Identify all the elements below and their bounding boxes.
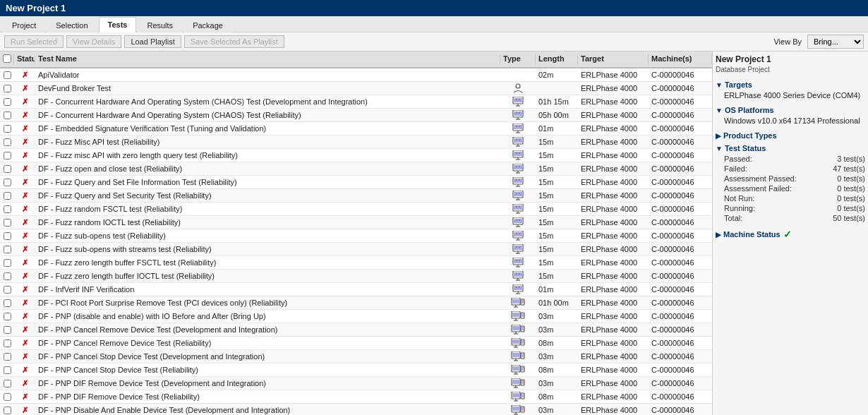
row-test-name: DF - PNP Cancel Stop Device Test (Develo…	[35, 350, 500, 363]
row-checkbox[interactable]	[4, 393, 11, 401]
row-target: ERLPhase 4000	[578, 68, 649, 81]
row-test-name: DF - Concurrent Hardware And Operating S…	[35, 95, 500, 108]
row-length: 15m	[536, 229, 578, 242]
table-row[interactable]: ✗ DF - Concurrent Hardware And Operating…	[0, 95, 712, 109]
row-length: 08m	[536, 390, 578, 403]
row-checkbox[interactable]	[4, 380, 11, 387]
row-checkbox[interactable]	[4, 339, 11, 347]
row-checkbox[interactable]	[4, 232, 11, 240]
status-x-icon: ✗	[22, 272, 28, 281]
table-row[interactable]: ✗ DF - Fuzz Query and Set Security Test …	[0, 189, 712, 203]
row-target: ERLPhase 4000	[578, 243, 649, 255]
table-row[interactable]: ✗ DF - PNP Cancel Remove Device Test (Re…	[0, 337, 712, 350]
table-row[interactable]: ✗ DF - PNP Cancel Stop Device Test (Deve…	[0, 350, 712, 363]
row-checkbox[interactable]	[4, 125, 11, 133]
th-length: Length	[536, 54, 578, 65]
row-checkbox[interactable]	[4, 299, 11, 307]
status-x-icon: ✗	[22, 191, 28, 200]
table-row[interactable]: ✗ DF - Fuzz sub-opens test (Reliability)…	[0, 229, 712, 243]
table-row[interactable]: ✗ ApiValidator 02m ERLPhase 4000 C-00000…	[0, 68, 712, 82]
row-checkbox[interactable]	[4, 85, 11, 92]
row-type	[500, 149, 536, 162]
row-length: 05h 00m	[536, 109, 578, 121]
row-checkbox[interactable]	[4, 272, 11, 280]
row-machine: C-00000046	[649, 310, 712, 323]
row-checkbox[interactable]	[4, 326, 11, 334]
table-row[interactable]: ✗ DF - Fuzz Query and Set File Informati…	[0, 176, 712, 189]
row-checkbox[interactable]	[4, 259, 11, 267]
table-row[interactable]: ✗ DF - Fuzz misc API with zero length qu…	[0, 149, 712, 162]
row-length: 15m	[536, 149, 578, 162]
row-machine: C-00000046	[649, 203, 712, 215]
tab-project[interactable]: Project	[3, 18, 45, 32]
table-row[interactable]: ✗ DF - Fuzz random FSCTL test (Reliabili…	[0, 203, 712, 216]
row-checkbox[interactable]	[4, 98, 11, 106]
section-machinestatus-header[interactable]: ▶ Machine Status ✓	[716, 229, 865, 240]
section-osplatforms-header[interactable]: ▼ OS Platforms	[716, 106, 865, 114]
tab-package[interactable]: Package	[183, 18, 232, 32]
row-checkbox-cell	[0, 310, 14, 323]
row-checkbox[interactable]	[4, 179, 11, 186]
row-machine: C-00000046	[649, 162, 712, 175]
select-all-checkbox[interactable]	[3, 54, 11, 63]
table-row[interactable]: ✗ DevFund Broker Test ERLPhase 4000 C-00…	[0, 82, 712, 95]
section-targets-header[interactable]: ▼ Targets	[716, 80, 865, 89]
row-type	[500, 377, 536, 390]
table-row[interactable]: ✗ DF - Embedded Signature Verification T…	[0, 122, 712, 136]
tab-tests[interactable]: Tests	[99, 17, 137, 32]
load-playlist-button[interactable]: Load Playlist	[124, 35, 181, 48]
table-row[interactable]: ✗ DF - Fuzz zero length buffer IOCTL tes…	[0, 270, 712, 283]
tab-selection[interactable]: Selection	[47, 18, 97, 32]
tab-results[interactable]: Results	[138, 18, 182, 32]
row-checkbox[interactable]	[4, 112, 11, 119]
row-type	[500, 229, 536, 242]
section-teststatus-header[interactable]: ▼ Test Status	[716, 144, 865, 152]
row-checkbox[interactable]	[4, 219, 11, 227]
table-row[interactable]: ✗ DF - Fuzz random IOCTL test (Reliabili…	[0, 216, 712, 229]
table-row[interactable]: ✗ DF - PNP DIF Remove Device Test (Relia…	[0, 390, 712, 404]
row-checkbox[interactable]	[4, 152, 11, 160]
table-row[interactable]: ✗ DF - Fuzz zero length buffer FSCTL tes…	[0, 256, 712, 270]
row-length: 15m	[536, 162, 578, 175]
table-row[interactable]: ✗ DF - Fuzz sub-opens with streams test …	[0, 243, 712, 256]
table-row[interactable]: ✗ DF - PNP Cancel Stop Device Test (Reli…	[0, 363, 712, 377]
row-type	[500, 390, 536, 403]
save-playlist-button[interactable]: Save Selected As Playlist	[184, 35, 284, 48]
row-checkbox[interactable]	[4, 246, 11, 253]
table-row[interactable]: ✗ DF - Concurrent Hardware And Operating…	[0, 109, 712, 122]
th-status: Status	[14, 54, 35, 65]
table-row[interactable]: ✗ DF - Fuzz open and close test (Reliabi…	[0, 162, 712, 176]
table-row[interactable]: ✗ DF - PNP Disable And Enable Device Tes…	[0, 404, 712, 415]
row-checkbox-cell	[0, 377, 14, 390]
row-checkbox[interactable]	[4, 138, 11, 146]
row-length	[536, 82, 578, 95]
row-checkbox[interactable]	[4, 353, 11, 361]
table-row[interactable]: ✗ DF - Fuzz Misc API test (Reliability) …	[0, 136, 712, 149]
row-checkbox[interactable]	[4, 192, 11, 200]
svg-rect-11	[516, 112, 517, 114]
stat-not-run: Not Run: 0 test(s)	[724, 193, 865, 203]
row-checkbox[interactable]	[4, 205, 11, 213]
view-by-select[interactable]: Bring...	[807, 35, 864, 49]
row-machine: C-00000046	[649, 390, 712, 403]
table-row[interactable]: ✗ DF - PNP (disable and enable) with IO …	[0, 310, 712, 323]
row-checkbox[interactable]	[4, 286, 11, 294]
table-row[interactable]: ✗ DF - InfVerif INF Verification 01m ERL…	[0, 283, 712, 296]
row-checkbox[interactable]	[4, 407, 11, 414]
table-row[interactable]: ✗ DF - PCI Root Port Surprise Remove Tes…	[0, 296, 712, 310]
status-x-icon: ✗	[22, 312, 28, 321]
table-row[interactable]: ✗ DF - PNP Cancel Remove Device Test (De…	[0, 323, 712, 337]
view-details-button[interactable]: View Details	[66, 35, 121, 48]
row-length: 02m	[536, 68, 578, 81]
table-row[interactable]: ✗ DF - PNP DIF Remove Device Test (Devel…	[0, 377, 712, 390]
row-checkbox[interactable]	[4, 71, 11, 79]
targets-arrow-icon: ▼	[716, 81, 723, 89]
svg-rect-12	[519, 112, 520, 114]
row-checkbox[interactable]	[4, 165, 11, 173]
run-selected-button[interactable]: Run Selected	[4, 35, 64, 48]
status-x-icon: ✗	[22, 138, 28, 147]
row-checkbox[interactable]	[4, 366, 11, 374]
section-producttypes-header[interactable]: ▶ Product Types	[716, 131, 865, 140]
row-checkbox[interactable]	[4, 313, 11, 320]
assessment-passed-label: Assessment Passed:	[724, 174, 797, 183]
